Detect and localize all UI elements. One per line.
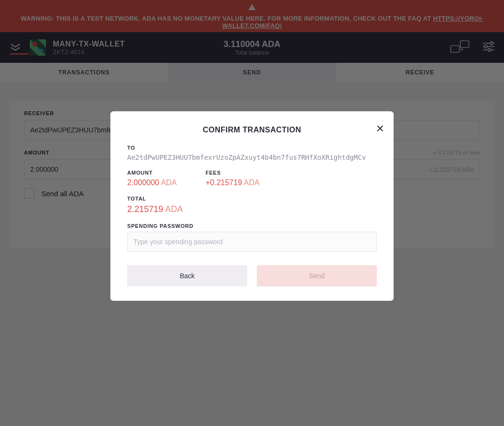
modal-amount-value: 2.000000 ADA (127, 178, 177, 187)
back-button[interactable]: Back (127, 265, 247, 286)
confirm-transaction-modal: CONFIRM TRANSACTION × TO Ae2tdPwUPEZ3HUU… (110, 111, 394, 301)
modal-fees-value: +0.215719 ADA (205, 178, 260, 187)
to-address: Ae2tdPwUPEZ3HUU7bmfexrUzoZpAZxuyt4b4bn7f… (127, 154, 377, 161)
modal-fees-label: FEES (205, 170, 260, 176)
send-button[interactable]: Send (257, 265, 377, 286)
modal-total-label: TOTAL (127, 196, 377, 201)
modal-amount-label: AMOUNT (127, 170, 177, 176)
spending-password-input[interactable] (127, 232, 377, 252)
to-label: TO (127, 145, 377, 151)
modal-total-value: 2.215719 ADA (127, 204, 377, 214)
close-icon[interactable]: × (376, 122, 384, 135)
password-label: SPENDING PASSWORD (127, 223, 377, 229)
modal-title: CONFIRM TRANSACTION (127, 126, 377, 134)
